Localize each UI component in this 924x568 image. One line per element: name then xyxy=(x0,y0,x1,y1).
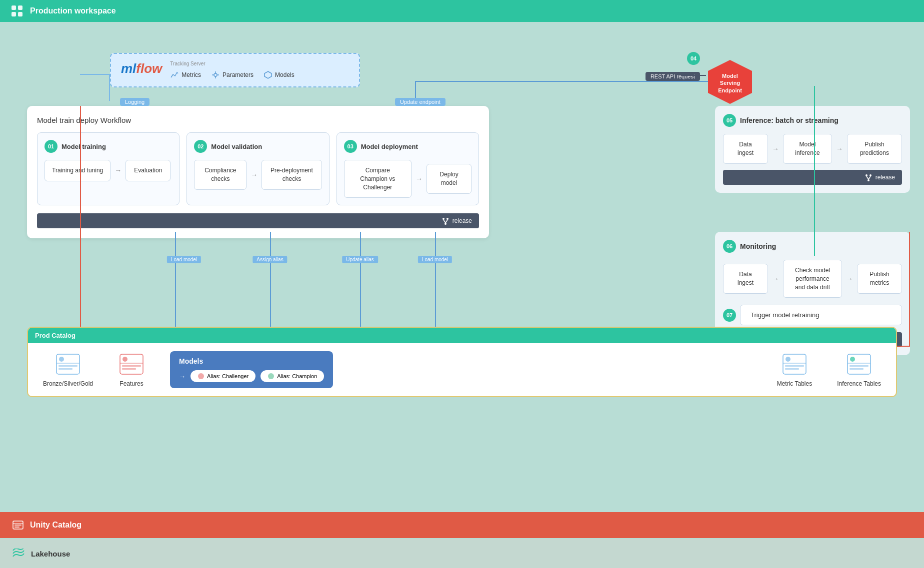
workflow-release-label: release xyxy=(452,217,472,224)
inference-release-label: release xyxy=(876,174,895,181)
rest-arrow xyxy=(681,75,706,76)
step-01-circle: 01 xyxy=(44,140,58,153)
step-02-circle: 02 xyxy=(194,140,207,153)
vline-03a xyxy=(270,232,271,331)
tracking-parameters: Parameters xyxy=(211,70,254,79)
load-model-badge-1: Load model xyxy=(167,256,201,263)
svg-point-4 xyxy=(214,73,217,76)
logging-badge: Logging xyxy=(120,98,150,106)
green-vline xyxy=(814,86,815,256)
models-box: Models → Alias: Challenger Alias: Champi… xyxy=(170,351,333,388)
workflow-section-02: 02 Model validation Compliance checks → … xyxy=(186,132,329,205)
git-icon-inference xyxy=(864,173,872,181)
features-label: Features xyxy=(120,380,143,387)
svg-point-11 xyxy=(446,218,448,220)
svg-point-36 xyxy=(268,373,274,379)
svg-rect-50 xyxy=(14,527,20,528)
tracking-label: Tracking Server xyxy=(170,61,294,66)
lakehouse-bar: Lakehouse xyxy=(0,539,924,568)
section-02-title: Model validation xyxy=(211,143,262,150)
svg-point-17 xyxy=(868,179,870,181)
inference-release-bar: release xyxy=(723,170,902,185)
publish-predictions-box: Publish predictions xyxy=(847,134,902,164)
arrow-i1: → xyxy=(772,145,779,153)
metric-tables-icon xyxy=(781,352,808,376)
update-hline xyxy=(415,81,725,82)
step-06-circle: 06 xyxy=(723,240,736,253)
svg-rect-0 xyxy=(12,5,16,10)
inference-tables-label: Inference Tables xyxy=(837,380,881,387)
model-serving-text: ModelServingEndpoint xyxy=(710,72,750,94)
section-03-title: Model deployment xyxy=(361,143,418,150)
bronze-silver-gold-icon xyxy=(54,352,82,376)
svg-rect-25 xyxy=(56,354,80,374)
mlflow-box: mlflow Tracking Server Metrics Parameter… xyxy=(110,53,360,87)
training-tuning-box: Training and tuning xyxy=(44,160,110,181)
svg-rect-37 xyxy=(783,354,806,374)
svg-rect-42 xyxy=(848,354,870,374)
svg-rect-49 xyxy=(14,525,22,526)
svg-point-12 xyxy=(444,223,446,225)
inference-title: Inference: batch or streaming xyxy=(740,116,838,124)
catalog-inference-tables: Inference Tables xyxy=(837,352,881,387)
assign-alias-badge: Assign alias xyxy=(252,256,287,263)
mlflow-logo: mlflow xyxy=(121,61,162,76)
mlflow-arrow xyxy=(109,74,110,101)
alias-champion: Alias: Champion xyxy=(260,370,324,382)
svg-line-14 xyxy=(446,220,448,223)
svg-line-18 xyxy=(866,176,868,179)
monitoring-title: Monitoring xyxy=(740,242,776,250)
svg-point-15 xyxy=(866,174,868,176)
svg-rect-33 xyxy=(122,365,141,367)
rest-api-badge: REST API request xyxy=(646,72,700,81)
tracking-models: Models xyxy=(264,70,294,79)
svg-rect-45 xyxy=(850,365,868,367)
challenger-icon xyxy=(198,373,204,380)
model-inference-box: Model inference xyxy=(783,134,832,164)
svg-rect-28 xyxy=(58,365,78,367)
arrow-m1: → xyxy=(772,275,779,283)
arrow-3: → xyxy=(416,175,422,183)
svg-line-19 xyxy=(868,176,870,179)
svg-point-26 xyxy=(59,357,64,362)
lakehouse-icon xyxy=(12,549,25,559)
svg-rect-34 xyxy=(122,368,136,370)
vline-02 xyxy=(175,232,176,342)
svg-rect-40 xyxy=(785,365,804,367)
tracking-metrics: Metrics xyxy=(170,70,201,79)
svg-point-10 xyxy=(442,218,444,220)
svg-point-35 xyxy=(198,373,204,379)
svg-point-31 xyxy=(122,357,128,362)
monitor-data-ingest: Data ingest xyxy=(723,264,768,294)
red-vline-left xyxy=(80,106,81,346)
mlflow-harrow xyxy=(80,74,110,75)
svg-point-43 xyxy=(850,357,855,362)
evaluation-box: Evaluation xyxy=(126,160,170,181)
unity-icon xyxy=(12,519,24,531)
workflow-title: Model train deploy Workflow xyxy=(37,116,479,124)
unity-label: Unity Catalog xyxy=(30,521,82,530)
load-model-badge-2: Load model xyxy=(418,256,452,263)
model-serving-container: ModelServingEndpoint xyxy=(706,58,754,108)
git-icon-workflow xyxy=(442,217,450,225)
champion-icon xyxy=(268,373,274,380)
update-endpoint-badge: Update endpoint xyxy=(395,98,446,106)
unity-catalog-bar: Unity Catalog xyxy=(0,512,924,538)
workflow-area: Model train deploy Workflow 01 Model tra… xyxy=(27,106,489,238)
infer-data-ingest: Data ingest xyxy=(723,134,768,164)
models-title: Models xyxy=(179,357,324,365)
svg-rect-3 xyxy=(18,12,22,16)
compliance-box: Compliance checks xyxy=(194,160,246,190)
svg-rect-1 xyxy=(18,5,22,10)
catalog-area: Prod Catalog Bronze/Silver/Gold xyxy=(27,327,897,397)
svg-point-38 xyxy=(786,357,790,362)
red-vline-right xyxy=(909,232,910,347)
svg-line-13 xyxy=(444,220,446,223)
deploy-model-box: Deploy model xyxy=(426,164,472,194)
arrow-2: → xyxy=(250,171,258,179)
update-alias-badge: Update alias xyxy=(342,256,378,263)
workspace-title: Production workspace xyxy=(30,6,116,15)
pre-deployment-box: Pre-deployment checks xyxy=(262,160,322,190)
step-04-circle: 04 xyxy=(687,52,700,65)
catalog-header: Prod Catalog xyxy=(28,328,896,343)
